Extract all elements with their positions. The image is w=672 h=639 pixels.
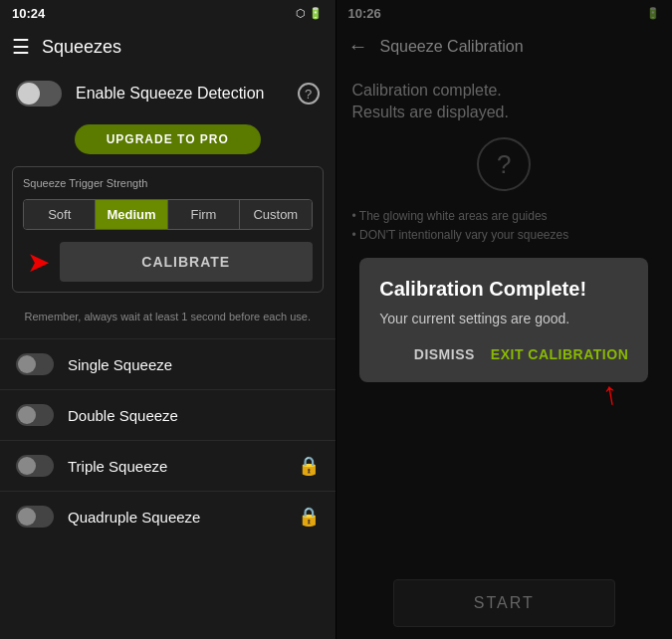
- page-title-left: Squeezes: [42, 37, 121, 58]
- triple-squeeze-label: Triple Squeeze: [68, 458, 284, 475]
- strength-tabs: Soft Medium Firm Custom: [23, 199, 313, 230]
- top-bar-left: ☰ Squeezes: [0, 27, 336, 67]
- dialog-message: Your current settings are good.: [379, 311, 628, 326]
- help-icon[interactable]: ?: [298, 83, 320, 105]
- red-arrow-icon: ➤: [27, 246, 50, 279]
- triple-squeeze-item: Triple Squeeze 🔒: [0, 440, 336, 491]
- upgrade-button[interactable]: UPGRADE TO PRO: [75, 124, 261, 154]
- tab-soft[interactable]: Soft: [24, 200, 96, 229]
- left-panel: 10:24 ⬡ 🔋 ☰ Squeezes Enable Squeeze Dete…: [0, 0, 336, 639]
- single-squeeze-item: Single Squeeze: [0, 338, 336, 389]
- right-panel: 10:26 🔋 ← Squeeze Calibration Calibratio…: [336, 0, 673, 639]
- dialog-overlay: Calibration Complete! Your current setti…: [336, 0, 673, 639]
- status-icons-left: ⬡ 🔋: [296, 7, 323, 20]
- dialog-box: Calibration Complete! Your current setti…: [359, 258, 648, 382]
- dialog-red-arrow-icon: ↑: [599, 373, 621, 412]
- quadruple-squeeze-item: Quadruple Squeeze 🔒: [0, 491, 336, 541]
- calibrate-row: ➤ CALIBRATE: [23, 242, 313, 282]
- battery-icon-left: ⬡ 🔋: [296, 7, 323, 20]
- exit-calibration-button[interactable]: EXIT CALIBRATION: [491, 346, 628, 362]
- double-squeeze-item: Double Squeeze: [0, 389, 336, 440]
- status-bar-left: 10:24 ⬡ 🔋: [0, 0, 336, 27]
- single-squeeze-toggle[interactable]: [16, 353, 54, 375]
- enable-label: Enable Squeeze Detection: [76, 85, 284, 103]
- double-squeeze-toggle[interactable]: [16, 404, 54, 426]
- quadruple-squeeze-toggle[interactable]: [16, 506, 54, 528]
- section-label: Squeeze Trigger Strength: [23, 177, 313, 189]
- reminder-text: Remember, always wait at least 1 second …: [16, 311, 320, 322]
- calibrate-button[interactable]: CALIBRATE: [60, 242, 313, 282]
- enable-row: Enable Squeeze Detection ?: [0, 67, 336, 120]
- toggle-knob: [18, 83, 40, 105]
- enable-toggle[interactable]: [16, 81, 62, 106]
- dialog-actions: DISMISS EXIT CALIBRATION: [379, 346, 628, 362]
- dialog-title: Calibration Complete!: [379, 278, 628, 301]
- status-time-left: 10:24: [12, 6, 45, 21]
- tab-medium[interactable]: Medium: [96, 200, 167, 229]
- dismiss-button[interactable]: DISMISS: [414, 346, 475, 362]
- triple-squeeze-toggle[interactable]: [16, 455, 54, 477]
- single-squeeze-label: Single Squeeze: [68, 356, 320, 373]
- quadruple-squeeze-label: Quadruple Squeeze: [68, 509, 284, 526]
- squeeze-strength-section: Squeeze Trigger Strength Soft Medium Fir…: [12, 166, 324, 293]
- double-squeeze-label: Double Squeeze: [68, 407, 320, 424]
- triple-squeeze-lock-icon: 🔒: [298, 455, 320, 477]
- tab-custom[interactable]: Custom: [240, 200, 311, 229]
- quadruple-squeeze-lock-icon: 🔒: [298, 506, 320, 528]
- hamburger-icon[interactable]: ☰: [12, 35, 30, 59]
- tab-firm[interactable]: Firm: [168, 200, 240, 229]
